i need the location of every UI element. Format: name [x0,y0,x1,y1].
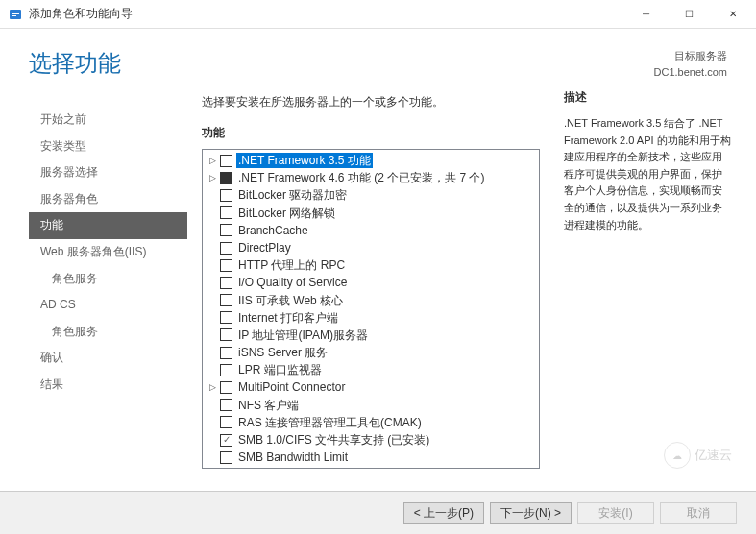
sidebar-item[interactable]: 确认 [29,345,187,372]
target-label: 目标服务器 [654,48,727,64]
sidebar-item[interactable]: 服务器角色 [29,186,187,213]
feature-checkbox[interactable] [220,294,232,306]
feature-item[interactable]: ▷.NET Framework 3.5 功能 [205,152,537,169]
feature-item[interactable]: ▷BitLocker 网络解锁 [205,205,537,222]
cancel-button[interactable]: 取消 [660,502,737,524]
feature-item[interactable]: ▷HTTP 代理上的 RPC [205,256,537,274]
titlebar-text: 添加角色和功能向导 [29,6,624,22]
feature-checkbox[interactable] [220,206,232,219]
sidebar-item[interactable]: 功能 [29,212,187,239]
feature-label[interactable]: MultiPoint Connector [236,379,347,395]
sidebar-item[interactable]: 角色服务 [29,266,187,293]
feature-item[interactable]: ▷DirectPlay [205,239,537,256]
description-label: 描述 [564,89,732,106]
svg-rect-3 [12,15,16,16]
feature-item[interactable]: ▷MultiPoint Connector [205,378,537,396]
feature-checkbox[interactable] [220,347,232,359]
feature-item[interactable]: ▷I/O Quality of Service [205,274,537,291]
feature-item[interactable]: ▷SMB 1.0/CIFS 文件共享支持 (已安装) [205,431,537,449]
feature-item[interactable]: ▷SMB Bandwidth Limit [205,449,537,466]
sidebar-item[interactable]: 角色服务 [29,319,187,346]
feature-label[interactable]: NFS 客户端 [236,398,301,413]
page-title: 选择功能 [29,48,121,79]
maximize-button[interactable]: ☐ [668,1,711,28]
sidebar-item[interactable]: 安装类型 [29,134,187,160]
feature-label[interactable]: Internet 打印客户端 [236,310,340,326]
feature-checkbox[interactable] [220,172,232,184]
sidebar-item[interactable]: 结果 [29,372,187,399]
feature-item[interactable]: ▷BitLocker 驱动器加密 [205,186,537,204]
feature-label[interactable]: IP 地址管理(IPAM)服务器 [236,328,370,343]
close-button[interactable]: ✕ [711,1,754,28]
feature-label[interactable]: BranchCache [236,223,310,238]
feature-checkbox[interactable] [220,381,232,394]
feature-item[interactable]: ▷RAS 连接管理器管理工具包(CMAK) [205,414,537,431]
app-icon [8,7,23,22]
feature-item[interactable]: ▷Internet 打印客户端 [205,309,537,327]
feature-checkbox[interactable] [220,224,232,236]
feature-label[interactable]: BitLocker 网络解锁 [236,206,337,221]
instructions-text: 选择要安装在所选服务器上的一个或多个功能。 [202,89,540,110]
feature-checkbox[interactable] [220,189,232,202]
feature-label[interactable]: .NET Framework 3.5 功能 [236,153,373,168]
features-section-label: 功能 [202,125,540,141]
feature-label[interactable]: SMB 1.0/CIFS 文件共享支持 (已安装) [236,432,431,448]
feature-checkbox[interactable] [220,155,232,167]
target-server-info: 目标服务器 DC1.benet.com [654,48,727,80]
install-button[interactable]: 安装(I) [577,502,654,524]
feature-item[interactable]: ▷iSNS Server 服务 [205,344,537,361]
feature-checkbox[interactable] [220,242,232,255]
feature-label[interactable]: RAS 连接管理器管理工具包(CMAK) [236,415,424,430]
sidebar-item[interactable]: 开始之前 [29,107,187,134]
feature-label[interactable]: BitLocker 驱动器加密 [236,187,349,203]
feature-item[interactable]: ▷IP 地址管理(IPAM)服务器 [205,327,537,344]
feature-label[interactable]: .NET Framework 4.6 功能 (2 个已安装，共 7 个) [236,170,486,185]
feature-list[interactable]: ▷.NET Framework 3.5 功能▷.NET Framework 4.… [202,149,540,469]
feature-checkbox[interactable] [220,277,232,289]
wizard-sidebar: 开始之前安装类型服务器选择服务器角色功能Web 服务器角色(IIS)角色服务AD… [29,89,187,469]
main-content: 开始之前安装类型服务器选择服务器角色功能Web 服务器角色(IIS)角色服务AD… [0,89,756,469]
feature-item[interactable]: ▷SMTP 服务器 [205,466,537,469]
sidebar-item[interactable]: AD CS [29,292,187,319]
window-controls: ─ ☐ ✕ [624,1,754,28]
center-panel: 选择要安装在所选服务器上的一个或多个功能。 功能 ▷.NET Framework… [187,89,554,469]
tree-expander-icon[interactable]: ▷ [207,172,218,183]
feature-label[interactable]: iSNS Server 服务 [236,345,329,360]
feature-label[interactable]: SMB Bandwidth Limit [236,449,350,465]
titlebar: 添加角色和功能向导 ─ ☐ ✕ [0,0,756,29]
tree-expander-icon[interactable]: ▷ [207,381,218,393]
feature-label[interactable]: LPR 端口监视器 [236,362,324,377]
description-text: .NET Framework 3.5 结合了 .NET Framework 2.… [564,115,732,233]
feature-item[interactable]: ▷LPR 端口监视器 [205,361,537,378]
feature-label[interactable]: SMTP 服务器 [236,467,309,469]
feature-item[interactable]: ▷NFS 客户端 [205,397,537,414]
feature-checkbox[interactable] [220,416,232,428]
feature-checkbox[interactable] [220,451,232,464]
minimize-button[interactable]: ─ [624,1,668,28]
watermark-icon: ☁ [664,442,691,469]
feature-label[interactable]: IIS 可承载 Web 核心 [236,293,345,308]
feature-label[interactable]: DirectPlay [236,240,293,255]
next-button[interactable]: 下一步(N) > [490,502,572,524]
feature-checkbox[interactable] [220,259,232,272]
feature-checkbox[interactable] [220,399,232,411]
description-panel: 描述 .NET Framework 3.5 结合了 .NET Framework… [554,89,756,469]
feature-checkbox[interactable] [220,364,232,376]
header: 选择功能 目标服务器 DC1.benet.com [0,29,756,89]
feature-item[interactable]: ▷BranchCache [205,222,537,239]
feature-checkbox[interactable] [220,328,232,341]
feature-item[interactable]: ▷IIS 可承载 Web 核心 [205,292,537,309]
previous-button[interactable]: < 上一步(P) [403,502,484,524]
tree-expander-icon[interactable]: ▷ [207,155,218,166]
wizard-footer: < 上一步(P) 下一步(N) > 安装(I) 取消 [0,491,756,534]
sidebar-item[interactable]: 服务器选择 [29,159,187,186]
feature-label[interactable]: I/O Quality of Service [236,275,349,290]
sidebar-item[interactable]: Web 服务器角色(IIS) [29,239,187,266]
svg-rect-2 [12,13,19,14]
feature-checkbox[interactable] [220,434,232,447]
feature-label[interactable]: HTTP 代理上的 RPC [236,257,347,273]
feature-item[interactable]: ▷.NET Framework 4.6 功能 (2 个已安装，共 7 个) [205,169,537,186]
feature-checkbox[interactable] [220,311,232,324]
watermark-text: 亿速云 [695,447,732,464]
watermark: ☁ 亿速云 [664,442,732,469]
